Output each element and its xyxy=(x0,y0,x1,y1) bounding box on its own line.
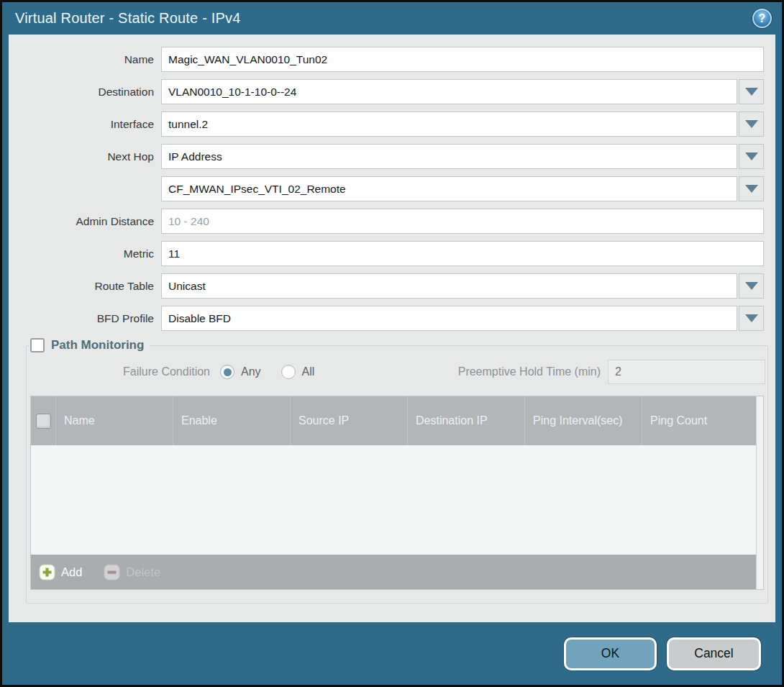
field-row-admin-distance: Admin Distance xyxy=(9,209,764,234)
dialog-footer: OK Cancel xyxy=(2,622,782,685)
select-all-checkbox[interactable] xyxy=(36,414,51,429)
next-hop-label: Next Hop xyxy=(9,150,154,163)
plus-icon xyxy=(39,564,55,581)
preemptive-hold-time-input[interactable] xyxy=(608,360,765,384)
ok-button[interactable]: OK xyxy=(564,637,657,670)
help-glyph: ? xyxy=(759,12,766,25)
name-label: Name xyxy=(9,53,154,66)
path-monitoring-title: Path Monitoring xyxy=(51,338,144,352)
next-hop-address-input[interactable] xyxy=(161,176,737,201)
field-row-name: Name xyxy=(9,47,764,72)
table-header-name[interactable]: Name xyxy=(55,396,173,445)
admin-distance-label: Admin Distance xyxy=(9,215,154,228)
static-route-dialog: Virtual Router - Static Route - IPv4 ? N… xyxy=(0,0,784,687)
table-scrollbar-track[interactable] xyxy=(756,396,763,589)
bfd-profile-input[interactable] xyxy=(161,306,737,331)
table-header-select-all[interactable] xyxy=(31,396,55,445)
table-header-source-ip[interactable]: Source IP xyxy=(290,396,407,445)
chevron-down-icon xyxy=(745,88,758,96)
help-icon[interactable]: ? xyxy=(752,9,772,28)
field-row-next-hop: Next Hop xyxy=(9,144,764,169)
destination-label: Destination xyxy=(9,86,154,99)
radio-any-icon[interactable] xyxy=(220,365,234,379)
chevron-down-icon xyxy=(745,185,758,193)
table-header-ping-count[interactable]: Ping Count xyxy=(642,396,756,445)
route-table-dropdown-button[interactable] xyxy=(739,273,764,299)
destination-input[interactable] xyxy=(161,79,737,104)
bfd-profile-label: BFD Profile xyxy=(9,312,154,325)
dialog-content: Name Destination Interface xyxy=(9,35,775,622)
field-row-destination: Destination xyxy=(9,79,764,104)
failure-condition-row: Failure Condition Any All Preemptive Hol… xyxy=(29,360,765,384)
table-header-destination-ip[interactable]: Destination IP xyxy=(407,396,524,445)
interface-input[interactable] xyxy=(161,112,737,137)
table-header-enable[interactable]: Enable xyxy=(173,396,290,445)
field-row-interface: Interface xyxy=(9,112,764,137)
cancel-button[interactable]: Cancel xyxy=(667,637,761,670)
path-monitoring-legend: Path Monitoring xyxy=(29,338,150,352)
field-row-next-hop-address xyxy=(9,176,764,201)
preemptive-hold-time-label: Preemptive Hold Time (min) xyxy=(458,365,601,378)
next-hop-type-input[interactable] xyxy=(161,144,737,169)
radio-all-icon[interactable] xyxy=(281,365,296,379)
next-hop-type-dropdown-button[interactable] xyxy=(739,144,764,169)
chevron-down-icon xyxy=(745,282,758,290)
chevron-down-icon xyxy=(745,314,758,322)
destination-dropdown-button[interactable] xyxy=(739,79,764,104)
field-row-route-table: Route Table xyxy=(9,273,764,299)
next-hop-address-dropdown-button[interactable] xyxy=(739,176,764,201)
bfd-profile-dropdown-button[interactable] xyxy=(739,306,764,331)
failure-condition-option-any[interactable]: Any xyxy=(220,365,261,379)
field-row-metric: Metric xyxy=(9,241,764,266)
dialog-title: Virtual Router - Static Route - IPv4 xyxy=(15,10,241,27)
radio-any-label: Any xyxy=(241,365,261,378)
table-toolbar: Add Delete xyxy=(31,555,756,589)
table-header-row: Name Enable Source IP Destination IP Pin xyxy=(31,396,756,445)
minus-icon xyxy=(104,564,120,581)
chevron-down-icon xyxy=(745,153,758,160)
add-button-label: Add xyxy=(61,565,82,579)
path-monitoring-table: Name Enable Source IP Destination IP Pin xyxy=(30,396,764,590)
metric-input[interactable] xyxy=(161,241,764,266)
delete-button-label: Delete xyxy=(126,565,160,579)
admin-distance-input[interactable] xyxy=(161,209,764,234)
route-table-input[interactable] xyxy=(161,273,737,299)
route-form: Name Destination Interface xyxy=(9,47,775,331)
radio-all-label: All xyxy=(302,365,315,378)
titlebar: Virtual Router - Static Route - IPv4 ? xyxy=(2,2,782,35)
route-table-label: Route Table xyxy=(9,280,154,293)
metric-label: Metric xyxy=(9,247,154,260)
table-header-ping-interval[interactable]: Ping Interval(sec) xyxy=(524,396,642,445)
add-button[interactable]: Add xyxy=(39,564,82,581)
chevron-down-icon xyxy=(745,120,758,128)
path-monitoring-section: Path Monitoring Failure Condition Any Al… xyxy=(26,338,768,604)
interface-dropdown-button[interactable] xyxy=(739,112,764,137)
name-input[interactable] xyxy=(161,47,764,72)
field-row-bfd-profile: BFD Profile xyxy=(9,306,764,331)
failure-condition-option-all[interactable]: All xyxy=(281,365,315,379)
delete-button[interactable]: Delete xyxy=(104,564,160,581)
path-monitoring-checkbox[interactable] xyxy=(30,338,45,352)
table-body-empty xyxy=(31,445,756,555)
interface-label: Interface xyxy=(9,118,154,131)
failure-condition-label: Failure Condition xyxy=(29,365,210,378)
